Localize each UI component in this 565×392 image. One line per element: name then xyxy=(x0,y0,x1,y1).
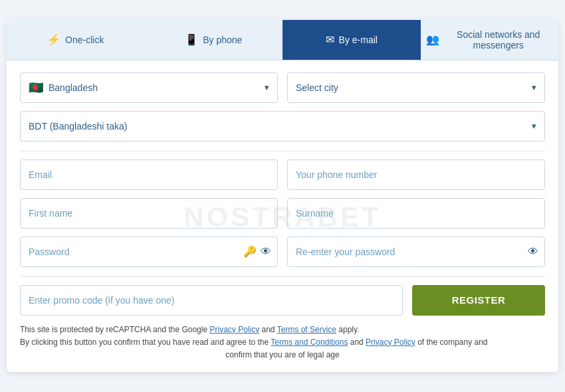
city-col: Select city ▾ xyxy=(287,72,545,103)
legal-line-2: By clicking this button you confirm that… xyxy=(20,336,545,361)
country-col: 🇧🇩 Bangladesh ▾ xyxy=(20,72,278,103)
password-wrapper: 🔑 👁 xyxy=(20,237,278,267)
tab-by-phone[interactable]: 📱 By phone xyxy=(145,20,283,60)
repassword-wrapper: 👁 xyxy=(287,237,545,267)
legal-post-1: apply. xyxy=(336,325,359,334)
divider-2 xyxy=(20,276,545,277)
firstname-input[interactable] xyxy=(20,198,278,229)
repassword-col: 👁 xyxy=(287,237,545,267)
email-phone-row xyxy=(20,159,545,190)
surname-input[interactable] xyxy=(287,198,545,229)
phone-icon: 📱 xyxy=(185,33,198,46)
social-icon: 👥 xyxy=(426,33,439,46)
tab-one-click-label: One-click xyxy=(65,35,104,45)
tab-one-click[interactable]: ⚡ One-click xyxy=(7,20,145,60)
city-select-wrapper[interactable]: Select city ▾ xyxy=(287,72,545,103)
legal-pre-2: By clicking this button you confirm that… xyxy=(20,338,271,347)
password-input[interactable] xyxy=(20,237,278,267)
email-input[interactable] xyxy=(20,159,278,190)
currency-row: BDT (Bangladeshi taka) ▾ xyxy=(20,111,545,142)
registration-form: 🇧🇩 Bangladesh ▾ Select city ▾ xyxy=(7,60,558,373)
tab-social-label: Social networks and messengers xyxy=(444,29,554,50)
repassword-eye-icon[interactable]: 👁 xyxy=(528,246,538,258)
terms-service-link[interactable]: Terms of Service xyxy=(277,325,336,334)
privacy-policy-link-1[interactable]: Privacy Policy xyxy=(209,325,259,334)
legal-line-1: This site is protected by reCAPTCHA and … xyxy=(20,324,545,336)
tab-social[interactable]: 👥 Social networks and messengers xyxy=(421,20,559,60)
legal-line-3: confirm that you are of legal age xyxy=(20,349,545,361)
legal-post-2: of the company and xyxy=(415,338,488,347)
legal-mid-1: and xyxy=(259,325,277,334)
promo-input[interactable] xyxy=(20,285,403,316)
country-select[interactable]: Bangladesh xyxy=(49,82,269,93)
phone-col xyxy=(287,159,545,190)
divider-1 xyxy=(20,151,545,151)
currency-select-wrapper[interactable]: BDT (Bangladeshi taka) ▾ xyxy=(20,111,545,142)
firstname-col xyxy=(20,198,278,229)
form-body: 🇧🇩 Bangladesh ▾ Select city ▾ xyxy=(20,72,545,362)
repassword-input[interactable] xyxy=(287,237,545,267)
legal-text: This site is protected by reCAPTCHA and … xyxy=(20,324,545,362)
promo-register-row: REGISTER xyxy=(20,285,545,316)
tab-by-email[interactable]: ✉ By e-mail xyxy=(282,20,421,60)
phone-input[interactable] xyxy=(287,159,545,190)
legal-pre-1: This site is protected by reCAPTCHA and … xyxy=(20,325,209,334)
password-row: 🔑 👁 👁 xyxy=(20,237,545,267)
city-select[interactable]: Select city xyxy=(296,82,536,93)
terms-conditions-link[interactable]: Terms and Conditions xyxy=(271,338,348,347)
password-col: 🔑 👁 xyxy=(20,237,278,267)
tab-by-phone-label: By phone xyxy=(203,35,242,45)
eye-icon[interactable]: 👁 xyxy=(261,246,271,258)
tab-by-email-label: By e-mail xyxy=(339,35,378,45)
repassword-icons: 👁 xyxy=(528,246,538,258)
email-col xyxy=(20,159,278,190)
name-row xyxy=(20,198,545,229)
lightning-icon: ⚡ xyxy=(47,33,60,46)
privacy-policy-link-2[interactable]: Privacy Policy xyxy=(366,338,415,347)
password-icons: 🔑 👁 xyxy=(243,245,271,258)
key-icon[interactable]: 🔑 xyxy=(243,245,257,258)
country-select-wrapper[interactable]: 🇧🇩 Bangladesh ▾ xyxy=(20,72,278,103)
surname-col xyxy=(287,198,545,229)
currency-col: BDT (Bangladeshi taka) ▾ xyxy=(20,111,545,142)
email-icon: ✉ xyxy=(326,33,334,46)
registration-tabs: ⚡ One-click 📱 By phone ✉ By e-mail 👥 Soc… xyxy=(7,20,558,60)
legal-mid-2: and xyxy=(348,338,366,347)
register-button[interactable]: REGISTER xyxy=(412,285,545,316)
country-city-row: 🇧🇩 Bangladesh ▾ Select city ▾ xyxy=(20,72,545,103)
bangladesh-flag: 🇧🇩 xyxy=(29,80,43,95)
currency-select[interactable]: BDT (Bangladeshi taka) xyxy=(29,121,536,132)
